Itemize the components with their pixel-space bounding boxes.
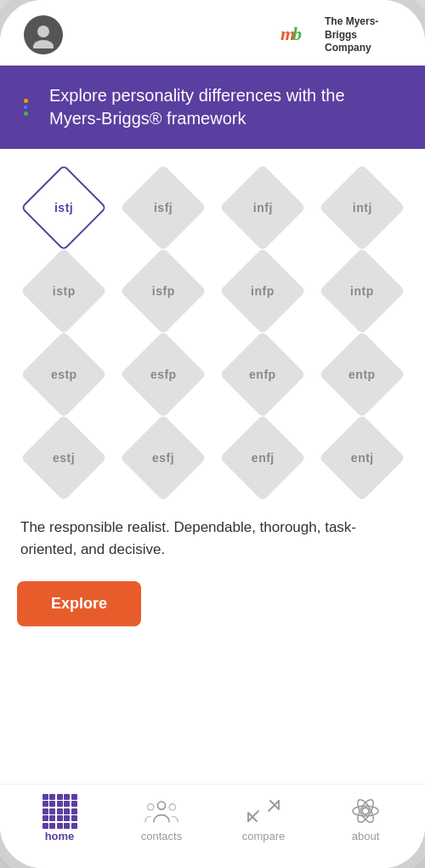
diamond-infj[interactable]: infj [219,164,306,251]
nav-item-contacts[interactable]: contacts [132,797,191,842]
diamond-istj[interactable]: istj [20,164,107,251]
nav-label-home: home [45,830,75,842]
svg-point-5 [148,804,154,810]
diamond-cell-enfp: enfp [216,336,309,413]
contacts-icon [144,797,179,825]
diamond-cell-intj: intj [315,169,408,246]
diamond-cell-istp: istp [17,253,110,329]
nav-item-about[interactable]: about [336,797,395,842]
svg-point-9 [362,808,369,814]
nav-label-contacts: contacts [141,830,182,842]
diamond-isfj[interactable]: isfj [120,164,207,251]
diamond-estj[interactable]: estj [20,414,107,501]
diamond-isfp[interactable]: isfp [120,248,207,334]
bottom-nav: home contacts [0,784,425,868]
diamond-cell-infp: infp [216,253,309,329]
avatar[interactable] [24,15,63,54]
compare-icon [246,797,281,825]
main-content: istj isfj infj intj istp [0,149,425,784]
nav-label-compare: compare [242,830,286,842]
diamond-esfp[interactable]: esfp [120,331,207,418]
hero-banner: Explore personality differences with the… [0,66,425,149]
svg-point-6 [169,804,175,810]
diamond-estp[interactable]: estp [20,331,107,418]
diamond-infp[interactable]: infp [219,248,306,334]
diamond-istp[interactable]: istp [20,248,107,334]
diamond-cell-entp: entp [315,336,408,413]
diamond-cell-infj: infj [216,169,309,246]
nav-item-home[interactable]: home [30,797,89,842]
diamond-entp[interactable]: entp [319,331,405,418]
phone-frame: m b The Myers-Briggs Company Explore per… [0,0,425,868]
home-icon [42,797,77,825]
diamond-cell-enfj: enfj [216,420,309,496]
diamond-enfp[interactable]: enfp [219,331,306,418]
nav-item-compare[interactable]: compare [234,797,293,842]
about-icon [348,797,383,825]
diamond-cell-estp: estp [17,336,110,413]
diamond-cell-esfj: esfj [116,420,209,496]
diamond-intp[interactable]: intp [319,248,405,334]
svg-point-4 [157,802,165,809]
diamond-cell-istj: istj [17,169,110,246]
diamond-cell-isfj: isfj [116,169,209,246]
svg-point-1 [33,40,54,49]
type-description: The responsible realist. Dependable, tho… [17,517,408,562]
svg-point-0 [37,26,49,37]
svg-line-7 [248,811,258,821]
diamond-entj[interactable]: entj [319,414,405,501]
hero-text: Explore personality differences with the… [49,84,401,130]
logo-text: The Myers-Briggs Company [325,15,401,55]
diamond-cell-isfp: isfp [116,253,209,329]
diamond-enfj[interactable]: enfj [219,414,306,501]
diamond-intj[interactable]: intj [319,164,405,251]
personality-grid: istj isfj infj intj istp [17,169,408,496]
diamond-esfj[interactable]: esfj [120,414,207,501]
logo-icon: m b [280,21,318,49]
logo-area: m b The Myers-Briggs Company [280,15,401,55]
explore-button[interactable]: Explore [17,581,141,626]
diamond-cell-entj: entj [315,420,408,496]
diamond-cell-intp: intp [315,253,408,329]
svg-line-8 [269,801,279,811]
header: m b The Myers-Briggs Company [0,0,425,66]
sparkle-icon [24,99,39,116]
svg-text:b: b [292,23,302,44]
nav-label-about: about [352,830,380,842]
diamond-cell-esfp: esfp [116,336,209,413]
diamond-cell-estj: estj [17,420,110,496]
